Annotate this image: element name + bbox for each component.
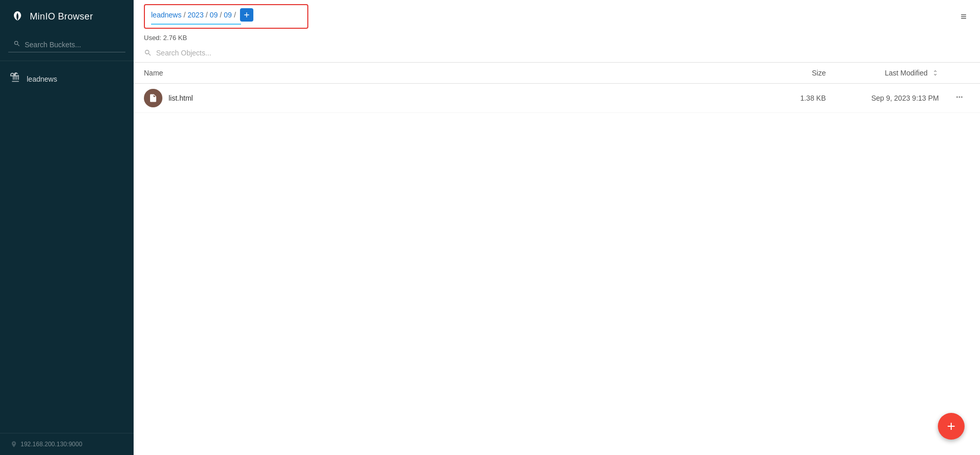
sidebar-item-leadnews[interactable]: leadnews [0, 67, 134, 90]
file-name: list.html [169, 94, 744, 102]
table-row[interactable]: list.html 1.38 KB Sep 9, 2023 9:13 PM [134, 84, 980, 113]
breadcrumb-2023[interactable]: 2023 [188, 11, 204, 19]
fab-add-button[interactable]: + [938, 413, 965, 440]
app-title: MinIO Browser [30, 11, 93, 22]
table-header: Name Size Last Modified [134, 63, 980, 84]
breadcrumb-sep-1: / [183, 11, 186, 19]
sort-icon [932, 69, 939, 77]
breadcrumb-wrapper: leadnews / 2023 / 09 / 09 / [144, 4, 308, 29]
column-size-header: Size [744, 69, 826, 77]
file-icon [144, 89, 162, 107]
breadcrumb-sep-2: / [206, 11, 208, 19]
breadcrumb-sep-4: / [234, 11, 236, 19]
sidebar-server-address: 192.168.200.130:9000 [0, 433, 134, 455]
sidebar: MinIO Browser leadnews 192.168.200.130: [0, 0, 134, 455]
sidebar-logo: MinIO Browser [0, 0, 134, 33]
search-buckets-wrapper [0, 33, 134, 61]
bucket-icon [10, 72, 21, 85]
breadcrumb-09-day[interactable]: 09 [224, 11, 232, 19]
server-address-text: 192.168.200.130:9000 [21, 441, 82, 448]
buckets-list: leadnews [0, 61, 134, 433]
file-last-modified: Sep 9, 2023 9:13 PM [826, 94, 949, 102]
column-name-header: Name [144, 69, 744, 77]
menu-icon-button[interactable]: ≡ [957, 8, 970, 26]
file-more-button[interactable] [949, 92, 970, 104]
used-info: Used: 2.76 KB [134, 33, 980, 46]
search-objects-icon [144, 49, 152, 57]
objects-table: Name Size Last Modified list.html 1.38 K… [134, 63, 980, 455]
search-buckets-field[interactable] [8, 37, 125, 52]
main-content: leadnews / 2023 / 09 / 09 / ≡ [134, 0, 980, 455]
search-objects-wrapper [134, 46, 980, 63]
breadcrumb-09-month[interactable]: 09 [210, 11, 218, 19]
upload-button[interactable] [240, 8, 253, 22]
search-objects-input[interactable] [156, 49, 970, 57]
column-lastmod-header[interactable]: Last Modified [826, 69, 949, 77]
search-icon [13, 40, 21, 49]
search-buckets-input[interactable] [25, 41, 120, 49]
breadcrumb-leadnews[interactable]: leadnews [151, 11, 181, 19]
bucket-name-leadnews: leadnews [27, 75, 57, 83]
topbar: leadnews / 2023 / 09 / 09 / ≡ [134, 0, 980, 33]
file-size: 1.38 KB [744, 94, 826, 102]
breadcrumb-underline [151, 24, 241, 25]
minio-logo-icon [10, 9, 25, 24]
breadcrumb: leadnews / 2023 / 09 / 09 / [151, 8, 301, 22]
breadcrumb-sep-3: / [220, 11, 222, 19]
